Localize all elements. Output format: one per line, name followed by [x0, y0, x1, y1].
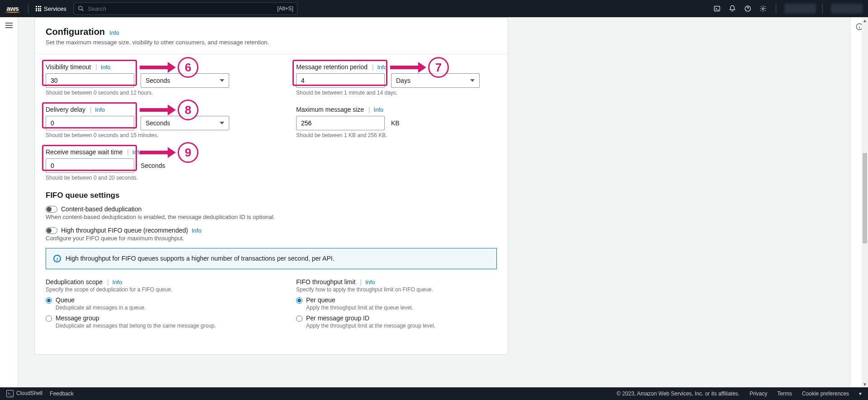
svg-point-0	[79, 6, 82, 10]
gear-icon[interactable]	[757, 2, 769, 15]
top-nav: aws Services [Alt+S]	[0, 0, 868, 17]
bell-icon[interactable]	[726, 2, 739, 15]
region-selector[interactable]	[784, 4, 816, 14]
grid-icon	[36, 6, 41, 11]
svg-line-1	[82, 10, 84, 11]
nav-divider-3	[822, 4, 823, 14]
svg-rect-2	[714, 6, 720, 11]
search-input[interactable]	[88, 5, 293, 12]
svg-point-4	[762, 8, 764, 10]
search-box[interactable]: [Alt+S]	[74, 2, 297, 15]
search-icon	[78, 5, 84, 12]
nav-divider-2	[776, 4, 776, 14]
services-menu[interactable]: Services	[32, 4, 70, 14]
help-icon[interactable]	[741, 2, 754, 15]
nav-divider	[28, 4, 28, 14]
nav-right	[711, 2, 863, 15]
search-shortcut: [Alt+S]	[277, 5, 293, 12]
account-menu[interactable]	[831, 4, 863, 14]
cloudshell-icon[interactable]	[711, 2, 723, 15]
services-label: Services	[44, 5, 66, 12]
aws-logo[interactable]: aws	[5, 5, 20, 13]
